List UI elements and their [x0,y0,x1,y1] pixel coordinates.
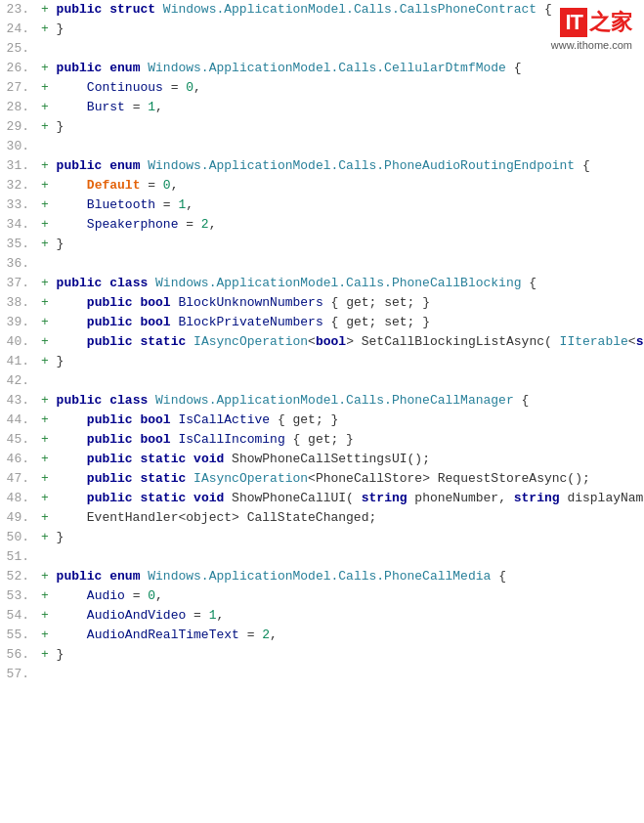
keyword-public: public [57,2,103,17]
keyword-builtin: bool [140,432,170,447]
plain-text [186,491,193,505]
namespace: Windows.ApplicationModel.Calls.CellularD… [148,61,506,75]
plain-text [186,452,193,466]
keyword-public: public [57,158,103,173]
plus-indicator: + [41,158,57,173]
keyword-public: public [57,61,103,75]
line-number: 32. [0,176,37,195]
keyword-builtin: static [140,334,186,349]
member-name: Speakerphone [87,217,179,232]
line-number: 27. [0,78,37,98]
plain-text [57,471,87,486]
code-line: 55.+ AudioAndRealTimeText = 2, [0,626,644,645]
keyword-public: public [87,295,133,310]
plus-indicator: + [41,491,57,505]
plus-indicator: + [41,61,57,75]
line-content: + } [37,645,644,665]
namespace: Windows.ApplicationModel.Calls.CallsPhon… [163,2,537,17]
keyword-public: public [87,432,133,447]
plain-text: get; set; [346,315,414,329]
plain-text [186,471,193,486]
keyword-type: class [109,393,148,408]
plus-indicator: + [41,334,57,349]
line-number: 43. [0,391,37,411]
keyword-builtin: bool [140,295,170,310]
line-number: 47. [0,469,37,489]
plain-text: { get; } [270,412,338,427]
plain-text: = [140,178,162,193]
code-line: 56.+ } [0,645,644,665]
plain-text: { [491,569,506,584]
plus-indicator: + [41,393,57,408]
code-line: 35.+ } [0,235,644,254]
code-line: 49.+ EventHandler<object> CallStateChang… [0,508,644,528]
plain-text: SetCallBlockingListAsync( [354,334,560,349]
plus-indicator: + [41,608,57,623]
code-container: IT 之家 www.ithome.com 23.+ public struct … [0,0,644,684]
line-number: 49. [0,508,37,528]
plain-text: { [514,393,530,408]
plain-text [57,100,87,114]
line-number: 51. [0,547,37,567]
plain-text: get; set; [346,295,414,310]
line-content: + } [37,235,644,254]
plain-text: , [155,588,163,603]
code-line: 30. [0,137,644,156]
code-line: 36. [0,254,644,274]
plus-indicator: + [41,217,57,232]
keyword-builtin: static [140,471,186,486]
plus-indicator: + [41,276,57,290]
plus-indicator: + [41,510,57,525]
line-content: + public class Windows.ApplicationModel.… [37,391,644,411]
plain-text: , [270,628,278,642]
watermark: IT 之家 www.ithome.com [551,8,632,51]
keyword-builtin: void [193,491,224,505]
line-number: 35. [0,235,37,254]
plus-indicator: + [41,22,57,36]
watermark-zh-text: 之家 [589,8,632,37]
line-number: 33. [0,195,37,215]
line-content: + Speakerphone = 2, [37,215,644,235]
plain-text: , [209,217,217,232]
member-name: IsCallActive [178,412,270,427]
plus-indicator: + [41,530,57,544]
code-line: 23.+ public struct Windows.ApplicationMo… [0,0,644,20]
line-number: 54. [0,606,37,626]
plus-indicator: + [41,569,57,584]
line-number: 45. [0,430,37,450]
code-line: 52.+ public enum Windows.ApplicationMode… [0,567,644,586]
plus-indicator: + [41,647,57,662]
code-line: 46.+ public static void ShowPhoneCallSet… [0,450,644,469]
line-content: + public static void ShowPhoneCallUI( st… [37,489,644,508]
member-name: BlockPrivateNumbers [178,315,322,329]
type-name: IAsyncOperation [193,334,308,349]
line-content: + } [37,352,644,371]
member-name: AudioAndRealTimeText [87,628,239,642]
line-content: + public bool IsCallActive { get; } [37,411,644,430]
member-name: Continuous [87,80,163,95]
line-number: 50. [0,528,37,547]
line-content: + public static IAsyncOperation<PhoneCal… [37,469,644,489]
code-line: 34.+ Speakerphone = 2, [0,215,644,235]
plain-text [57,491,87,505]
line-number: 57. [0,665,37,684]
number-literal: 2 [201,217,209,232]
plain-text: , [171,178,179,193]
line-content: + Continuous = 0, [37,78,644,98]
code-line: 50.+ } [0,528,644,547]
plain-text: <PhoneCallStore> RequestStoreAsync(); [308,471,590,486]
plain-text: { get; } [285,432,354,447]
code-line: 26.+ public enum Windows.ApplicationMode… [0,59,644,78]
plus-indicator: + [41,432,57,447]
member-name: Audio [87,588,125,603]
line-number: 37. [0,274,37,293]
plain-text [57,178,87,193]
plain-text [57,628,87,642]
line-number: 24. [0,20,37,39]
code-line: 47.+ public static IAsyncOperation<Phone… [0,469,644,489]
plain-text [57,334,87,349]
plain-text [148,393,155,408]
code-line: 25. [0,39,644,59]
plain-text [57,412,87,427]
type-name: IIterable [560,334,628,349]
